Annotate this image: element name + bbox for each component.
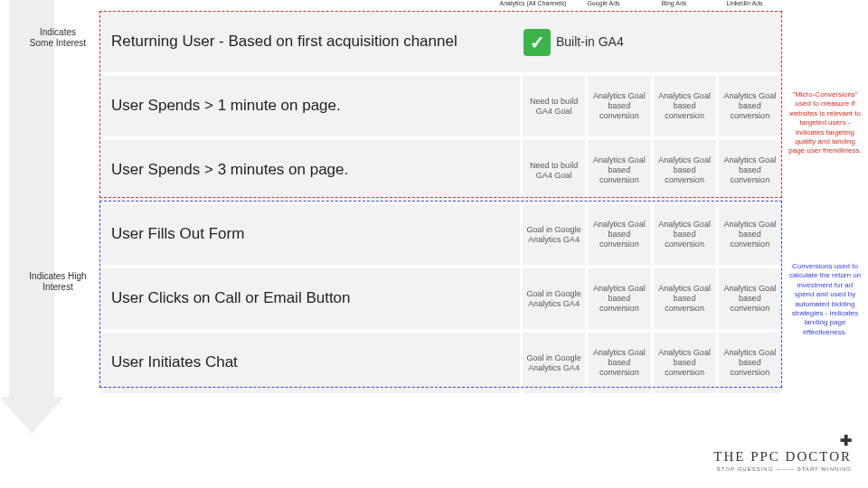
cell-google: Analytics Goal based conversion <box>585 268 650 329</box>
cell-google: Analytics Goal based conversion <box>585 76 650 136</box>
header-google-ads: Google Ads <box>570 0 637 6</box>
cell-google: Analytics Goal based conversion <box>585 333 650 393</box>
action-label: User Spends > 3 minutes on page. <box>100 140 520 201</box>
row-call-email: User Clicks on Call or Email Button Goal… <box>99 267 782 332</box>
header-analytics: Analytics (All Channels) <box>499 0 567 6</box>
check-icon: ✓ <box>524 29 551 56</box>
row-returning-user: Returning User - Based on first acquisit… <box>99 11 782 75</box>
cell-google: Analytics Goal based conversion <box>585 204 650 265</box>
brand-logo: ✚ THE PPC DOCTOR STOP GUESSING ——— START… <box>713 432 852 472</box>
note-micro-conversions: "Micro-Conversions" used to measure if w… <box>787 90 863 156</box>
arrow-down-icon <box>0 398 63 434</box>
cell-analytics: Need to build GA4 Goal <box>520 140 585 201</box>
brand-name: THE PPC DOCTOR <box>713 449 852 465</box>
cell-analytics: Goal in Google Analytics GA4 <box>520 204 585 265</box>
row-fill-form: User Fills Out Form Goal in Google Analy… <box>99 203 782 267</box>
header-linkedin-ads: LinkedIn Ads <box>711 0 778 6</box>
builtin-label: Built-in GA4 <box>556 34 624 50</box>
cell-linkedin: Analytics Goal based conversion <box>716 204 781 265</box>
label-high-interest: Indicates High Interest <box>27 271 89 293</box>
plus-icon: ✚ <box>713 432 852 449</box>
cell-builtin-ga4: ✓ Built-in GA4 <box>520 12 781 72</box>
conversions-table: Returning User - Based on first acquisit… <box>99 11 782 396</box>
cell-linkedin: Analytics Goal based conversion <box>716 268 781 329</box>
brand-tagline: STOP GUESSING ——— START WINNING <box>713 466 852 472</box>
header-bing-ads: Bing Ads <box>640 0 708 6</box>
cell-bing: Analytics Goal based conversion <box>651 76 716 136</box>
cell-linkedin: Analytics Goal based conversion <box>716 333 781 393</box>
cell-bing: Analytics Goal based conversion <box>651 140 716 201</box>
interest-arrow <box>0 0 63 434</box>
cell-bing: Analytics Goal based conversion <box>651 333 716 393</box>
row-1-minute: User Spends > 1 minute on page. Need to … <box>99 75 782 139</box>
note-conversions: Conversions used to calculate the return… <box>787 262 863 337</box>
label-some-interest: Indicates Some Interest <box>27 27 89 49</box>
cell-google: Analytics Goal based conversion <box>585 140 650 201</box>
cell-bing: Analytics Goal based conversion <box>651 204 716 265</box>
action-label: User Spends > 1 minute on page. <box>100 76 520 136</box>
cell-linkedin: Analytics Goal based conversion <box>716 76 781 136</box>
cell-analytics: Need to build GA4 Goal <box>520 76 585 136</box>
cell-bing: Analytics Goal based conversion <box>651 268 716 329</box>
row-initiate-chat: User Initiates Chat Goal in Google Analy… <box>99 332 782 396</box>
action-label: Returning User - Based on first acquisit… <box>100 12 520 72</box>
column-headers: Analytics (All Channels) Google Ads Bing… <box>499 0 778 6</box>
cell-analytics: Goal in Google Analytics GA4 <box>520 268 585 329</box>
row-3-minutes: User Spends > 3 minutes on page. Need to… <box>99 139 782 203</box>
cell-linkedin: Analytics Goal based conversion <box>716 140 781 201</box>
cell-analytics: Goal in Google Analytics GA4 <box>520 333 585 393</box>
action-label: User Initiates Chat <box>100 333 520 393</box>
action-label: User Fills Out Form <box>100 204 520 265</box>
action-label: User Clicks on Call or Email Button <box>100 268 520 329</box>
